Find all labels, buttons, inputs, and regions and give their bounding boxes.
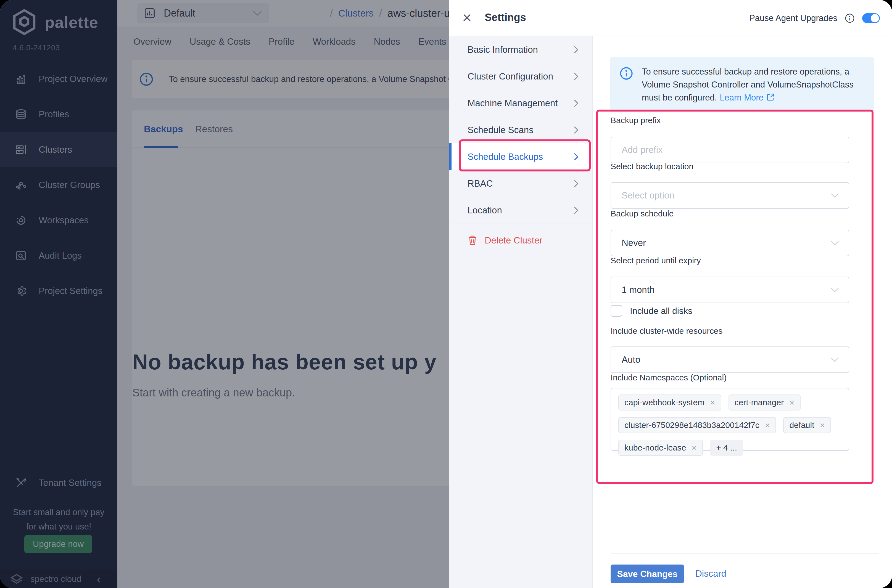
save-changes-button[interactable]: Save Changes — [611, 564, 684, 583]
cluster-wide-label: Include cluster-wide resources — [611, 326, 722, 336]
backup-prefix-label: Backup prefix — [611, 116, 661, 125]
nav-label: Schedule Scans — [467, 125, 533, 135]
nav-label: Cluster Configuration — [467, 71, 553, 82]
remove-tag-icon[interactable]: × — [710, 398, 715, 408]
namespace-tag: capi-webhook-system× — [618, 394, 721, 411]
schedule-backups-panel: To ensure successful backup and restore … — [593, 36, 892, 588]
chevron-right-icon — [573, 152, 579, 161]
settings-drawer: Settings Pause Agent Upgrades Basic Info… — [449, 0, 892, 588]
toggle-knob — [871, 14, 879, 22]
nav-label: RBAC — [467, 178, 493, 189]
settings-nav: Basic Information Cluster Configuration … — [449, 36, 593, 588]
app-window: palette 4.6.0-241203 Project Overview Pr… — [0, 0, 892, 588]
alert-text: To ensure successful backup and restore … — [642, 65, 865, 104]
settings-nav-schedule-backups[interactable]: Schedule Backups — [449, 143, 592, 170]
backup-location-select[interactable]: Select option — [611, 182, 849, 209]
tag-label: cert-manager — [734, 398, 784, 407]
settings-nav-location[interactable]: Location — [449, 197, 592, 224]
include-all-disks-checkbox[interactable] — [611, 305, 622, 316]
pause-agent-label: Pause Agent Upgrades — [749, 13, 837, 23]
more-tags-badge[interactable]: + 4 ... — [710, 440, 743, 456]
learn-more-link[interactable]: Learn More — [720, 93, 764, 102]
info-icon[interactable] — [844, 13, 855, 24]
chevron-right-icon — [573, 45, 579, 54]
settings-nav-machine-management[interactable]: Machine Management — [449, 90, 592, 117]
nav-label: Basic Information — [467, 45, 538, 55]
trash-icon — [467, 235, 478, 246]
chevron-right-icon — [573, 72, 579, 81]
drawer-title: Settings — [485, 12, 526, 24]
remove-tag-icon[interactable]: × — [765, 420, 770, 430]
chevron-down-icon — [830, 240, 839, 245]
select-placeholder: Select option — [622, 190, 674, 201]
remove-tag-icon[interactable]: × — [820, 420, 825, 430]
snapshot-alert: To ensure successful backup and restore … — [610, 57, 874, 112]
tag-label: capi-webhook-system — [625, 398, 704, 407]
namespace-tag: kube-node-lease× — [618, 440, 703, 456]
nav-label: Machine Management — [467, 98, 558, 108]
select-value: 1 month — [622, 285, 655, 295]
settings-nav-basic-information[interactable]: Basic Information — [449, 36, 592, 63]
footer-divider — [611, 554, 879, 554]
nav-label: Schedule Backups — [467, 152, 543, 162]
chevron-right-icon — [573, 126, 579, 135]
tag-label: cluster-6750298e1483b3a200142f7c — [625, 420, 760, 430]
namespace-tag: cert-manager× — [728, 394, 800, 411]
namespace-tag: default× — [783, 417, 831, 433]
namespace-tag: cluster-6750298e1483b3a200142f7c× — [618, 417, 776, 433]
namespaces-label: Include Namespaces (Optional) — [611, 373, 727, 382]
app-shell: palette 4.6.0-241203 Project Overview Pr… — [0, 0, 892, 588]
expiry-select[interactable]: 1 month — [611, 277, 849, 303]
include-all-disks-row: Include all disks — [611, 305, 692, 316]
backup-schedule-select[interactable]: Never — [611, 230, 849, 256]
pause-agent-upgrades: Pause Agent Upgrades — [749, 0, 880, 36]
remove-tag-icon[interactable]: × — [789, 398, 794, 408]
nav-divider — [449, 224, 592, 224]
select-value: Never — [622, 238, 646, 248]
chevron-down-icon — [830, 193, 839, 198]
pause-agent-toggle[interactable] — [862, 13, 880, 23]
external-link-icon — [766, 93, 775, 101]
select-value: Auto — [622, 354, 640, 365]
namespaces-tags-input[interactable]: capi-webhook-system× cert-manager× clust… — [611, 388, 849, 451]
chevron-down-icon — [830, 357, 839, 362]
delete-cluster-label: Delete Cluster — [485, 235, 542, 246]
tag-label: default — [789, 420, 814, 430]
backup-location-label: Select backup location — [611, 162, 694, 171]
drawer-header: Settings Pause Agent Upgrades — [449, 0, 892, 36]
chevron-down-icon — [830, 287, 839, 292]
expiry-label: Select period until expiry — [611, 256, 701, 265]
info-icon — [619, 66, 634, 81]
include-all-disks-label: Include all disks — [630, 306, 692, 316]
nav-label: Location — [467, 205, 502, 216]
tag-label: kube-node-lease — [625, 443, 686, 453]
cluster-wide-select[interactable]: Auto — [611, 346, 849, 373]
backup-prefix-input[interactable] — [611, 136, 849, 163]
settings-nav-schedule-scans[interactable]: Schedule Scans — [449, 117, 592, 143]
backup-schedule-label: Backup schedule — [611, 209, 674, 218]
chevron-right-icon — [573, 99, 579, 108]
chevron-right-icon — [573, 179, 579, 188]
settings-nav-cluster-configuration[interactable]: Cluster Configuration — [449, 63, 592, 90]
discard-button[interactable]: Discard — [695, 568, 726, 579]
close-icon[interactable] — [461, 12, 473, 23]
remove-tag-icon[interactable]: × — [692, 443, 697, 453]
delete-cluster-button[interactable]: Delete Cluster — [449, 230, 592, 252]
settings-nav-rbac[interactable]: RBAC — [449, 170, 592, 197]
chevron-right-icon — [573, 206, 579, 215]
